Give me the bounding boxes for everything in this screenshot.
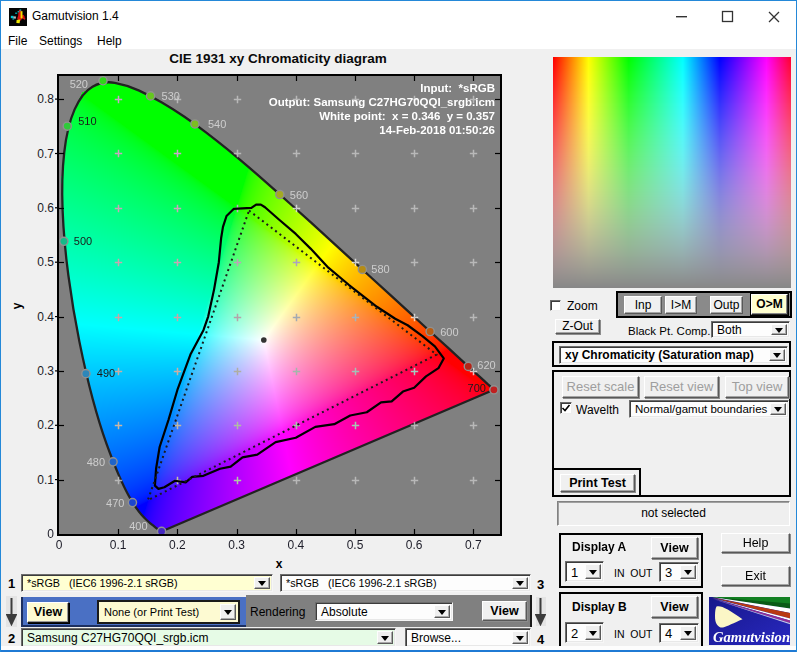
svg-text:Gamutvision: Gamutvision <box>713 629 790 645</box>
